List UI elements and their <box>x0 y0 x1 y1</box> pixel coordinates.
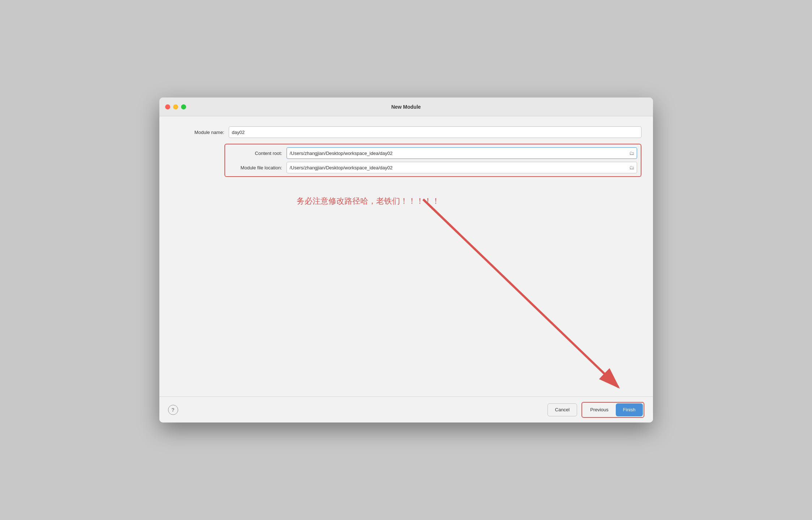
module-file-folder-icon[interactable]: 🗂 <box>629 165 634 170</box>
module-file-row: Module file location: 🗂 <box>229 162 637 173</box>
module-name-row: Module name: <box>171 126 641 138</box>
content-root-label: Content root: <box>229 151 287 156</box>
module-file-label: Module file location: <box>229 165 287 170</box>
module-name-label: Module name: <box>171 130 229 135</box>
cancel-button[interactable]: Cancel <box>547 403 577 416</box>
content-root-input[interactable] <box>287 147 637 159</box>
help-button[interactable]: ? <box>168 405 178 415</box>
annotation-text: 务必注意修改路径哈，老铁们！！！！！ <box>297 196 440 207</box>
content-root-input-wrap: 🗂 <box>287 147 637 159</box>
close-button[interactable] <box>165 104 170 109</box>
content-root-row: Content root: 🗂 <box>229 147 637 159</box>
finish-button[interactable]: Finish <box>616 403 643 416</box>
highlighted-fields: Content root: 🗂 Module file location: 🗂 <box>171 144 641 177</box>
bottom-bar: ? Cancel Previous Finish <box>159 396 653 422</box>
module-name-input-wrap <box>229 126 641 138</box>
window-controls <box>165 104 186 109</box>
dialog-content: Module name: Content root: 🗂 Module fil <box>159 116 653 396</box>
module-file-input-wrap: 🗂 <box>287 162 637 173</box>
svg-line-1 <box>423 199 618 387</box>
content-root-folder-icon[interactable]: 🗂 <box>629 150 634 156</box>
module-name-input[interactable] <box>229 126 641 138</box>
module-file-input[interactable] <box>287 162 637 173</box>
minimize-button[interactable] <box>173 104 178 109</box>
dialog-title: New Module <box>391 104 421 110</box>
title-bar: New Module <box>159 98 653 116</box>
previous-button[interactable]: Previous <box>583 403 616 416</box>
new-module-dialog: New Module Module name: Content root: 🗂 <box>159 98 653 422</box>
maximize-button[interactable] <box>181 104 186 109</box>
action-buttons-group: Previous Finish <box>581 402 644 418</box>
